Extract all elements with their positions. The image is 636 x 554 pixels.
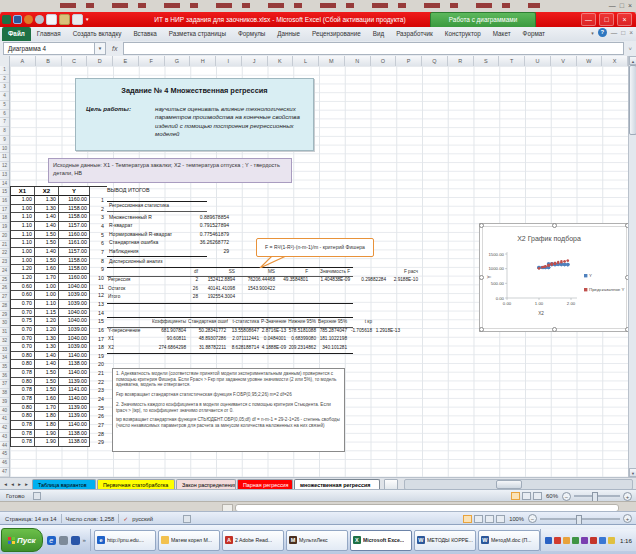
column-header-W[interactable]: W xyxy=(577,56,603,66)
column-header-T[interactable]: T xyxy=(499,56,525,66)
sheet-tab-4[interactable]: множественная регрессия xyxy=(294,479,380,490)
anova-row-2-cell-4[interactable] xyxy=(277,293,310,302)
zoom-out-icon[interactable]: − xyxy=(562,492,571,501)
anova-header-cell-2[interactable]: SS xyxy=(200,268,237,277)
bg-minimize-icon[interactable]: — xyxy=(609,1,616,11)
ribbon-tab-8[interactable]: Вид xyxy=(367,27,390,41)
column-header-R[interactable]: R xyxy=(448,56,474,66)
stat-value[interactable]: 0.889678854 xyxy=(187,213,229,222)
coef-row-1-cell-2[interactable]: 48.89307286 xyxy=(188,335,228,344)
zoom-slider[interactable] xyxy=(574,495,620,497)
sheet-tab-1[interactable]: Первичная статобработка xyxy=(97,479,175,490)
coef-header-cell-0[interactable] xyxy=(107,318,152,327)
anova-row-1-cell-0[interactable]: Остаток xyxy=(107,285,165,294)
ribbon-tab-0[interactable]: Файл xyxy=(2,27,31,41)
sheet-tab-2[interactable]: Закон распределения xyxy=(176,479,236,490)
anova-row-0-cell-0[interactable]: Регрессия xyxy=(107,276,165,285)
word-zoom-slider[interactable] xyxy=(540,518,620,520)
coef-row-0-cell-0[interactable]: Y-пересечение xyxy=(107,327,152,336)
coef-row-1-cell-7[interactable] xyxy=(349,335,374,344)
zoom-in-icon[interactable]: + xyxy=(623,492,632,501)
chart-selection-handle-7[interactable] xyxy=(625,327,628,332)
anova-header-cell-7[interactable]: F расч xyxy=(388,268,420,277)
ribbon-tab-4[interactable]: Разметка страницы xyxy=(163,27,232,41)
ribbon-tab-1[interactable]: Главная xyxy=(31,27,67,41)
stat-label[interactable]: R-квадрат xyxy=(109,221,187,230)
anova-row-0-cell-1[interactable]: 2 xyxy=(165,276,200,285)
fisher-callout[interactable]: F = R²/(1-R²)·(n-m-1)/m - критерий Фишер… xyxy=(256,238,374,257)
stat-label[interactable]: Стандартная ошибка xyxy=(109,238,187,247)
word-weblayout-icon[interactable] xyxy=(485,515,494,523)
anova-row-0-cell-4[interactable]: 49.3584801 xyxy=(277,276,310,285)
formula-input[interactable] xyxy=(123,42,624,55)
page-break-view-icon[interactable] xyxy=(533,492,542,500)
coef-header-cell-3[interactable]: t-статистика xyxy=(228,318,261,327)
column-header-L[interactable]: L xyxy=(293,56,319,66)
word-draft-icon[interactable] xyxy=(496,515,505,523)
coef-row-1-cell-5[interactable]: 0.68399080 xyxy=(288,335,318,344)
coef-row-2-cell-1[interactable]: 274.6864298 xyxy=(152,344,188,353)
ie-quicklaunch-icon[interactable]: e xyxy=(47,536,56,545)
coef-row-2-cell-2[interactable]: 31.88782211 xyxy=(188,344,228,353)
tray-icon-5[interactable] xyxy=(590,537,597,544)
workbook-restore-icon[interactable]: □ xyxy=(621,28,625,37)
redo-button[interactable] xyxy=(35,15,44,24)
vertical-scrollbar[interactable]: ▲ ▼ xyxy=(628,56,636,477)
tray-icon-4[interactable] xyxy=(581,537,588,544)
tray-icon-2[interactable] xyxy=(563,537,570,544)
bg-restore-icon[interactable]: □ xyxy=(620,1,624,11)
name-box[interactable]: Диаграмма 4 xyxy=(3,42,95,55)
prev-sheet-icon[interactable]: ◄ xyxy=(9,482,16,487)
column-header-B[interactable]: B xyxy=(36,56,62,66)
anova-row-2-cell-7[interactable] xyxy=(388,293,420,302)
workbook-close-icon[interactable]: × xyxy=(629,28,633,37)
media-quicklaunch-icon[interactable] xyxy=(71,536,80,545)
coef-row-1-cell-0[interactable]: Х1 xyxy=(107,335,152,344)
anova-header-cell-6[interactable] xyxy=(352,268,388,277)
word-word-count[interactable]: Число слов: 1,258 xyxy=(66,516,115,522)
word-language[interactable]: русский xyxy=(132,516,153,522)
coef-row-2-cell-5[interactable]: 209.2314862 xyxy=(288,344,318,353)
column-header-N[interactable]: N xyxy=(345,56,371,66)
task-button-4[interactable]: XMicrosoft Exce... xyxy=(350,530,412,551)
stat-value[interactable]: 36.26268772 xyxy=(187,238,229,247)
stat-label[interactable]: Множественный R xyxy=(109,213,187,222)
bg-close-icon[interactable]: × xyxy=(628,1,632,11)
column-header-F[interactable]: F xyxy=(139,56,165,66)
task-button-2[interactable]: A2 Adobe Read... xyxy=(222,530,284,551)
output-title[interactable]: ВЫВОД ИТОГОВ xyxy=(107,187,150,193)
next-sheet-icon[interactable]: ► xyxy=(16,482,23,487)
name-box-dropdown-icon[interactable]: ▼ xyxy=(95,42,106,55)
task-button-0[interactable]: ehttp://pnu.edu.... xyxy=(94,530,156,551)
anova-row-0-cell-2[interactable]: 152412.8894 xyxy=(200,276,237,285)
anova-row-1-cell-4[interactable] xyxy=(277,285,310,294)
first-sheet-icon[interactable]: ◄ xyxy=(2,482,9,487)
anova-row-2-cell-0[interactable]: Итого xyxy=(107,293,165,302)
task-button-6[interactable]: WМетодМ.doc (П... xyxy=(478,530,540,551)
column-header-U[interactable]: U xyxy=(525,56,551,66)
anova-row-1-cell-3[interactable]: 1543.900422 xyxy=(237,285,277,294)
column-header-Q[interactable]: Q xyxy=(422,56,448,66)
coef-row-0-cell-1[interactable]: 681.907804 xyxy=(152,327,188,336)
coef-header-cell-6[interactable]: Верхние 95% xyxy=(318,318,349,327)
column-header-E[interactable]: E xyxy=(113,56,139,66)
coef-row-2-cell-0[interactable]: Х2 xyxy=(107,344,152,353)
coef-header-cell-7[interactable]: t кр xyxy=(349,318,374,327)
column-header-A[interactable]: A xyxy=(10,56,36,66)
anova-row-1-cell-5[interactable] xyxy=(310,285,352,294)
coef-header-cell-4[interactable]: P-Значение xyxy=(261,318,288,327)
coef-row-1-cell-6[interactable]: 181.1022198 xyxy=(318,335,349,344)
coef-header-cell-2[interactable]: Стандартная ошибка xyxy=(188,318,228,327)
tray-icon-6[interactable] xyxy=(599,537,606,544)
coef-row-2-cell-4[interactable]: 4.1888E-09 xyxy=(261,344,288,353)
ribbon-collapse-icon[interactable]: ▾ xyxy=(591,30,594,36)
tray-icon-7[interactable] xyxy=(608,537,615,544)
print-button[interactable] xyxy=(72,14,83,25)
anova-header-cell-4[interactable]: F xyxy=(277,268,310,277)
anova-title[interactable]: Дисперсионный анализ xyxy=(109,259,162,264)
start-button[interactable]: Пуск xyxy=(1,528,43,552)
anova-row-2-cell-6[interactable] xyxy=(352,293,388,302)
chart-selection-handle-3[interactable] xyxy=(479,275,484,280)
chart-selection-handle-0[interactable] xyxy=(479,223,484,228)
coef-header-cell-1[interactable]: Коэффициенты xyxy=(152,318,188,327)
